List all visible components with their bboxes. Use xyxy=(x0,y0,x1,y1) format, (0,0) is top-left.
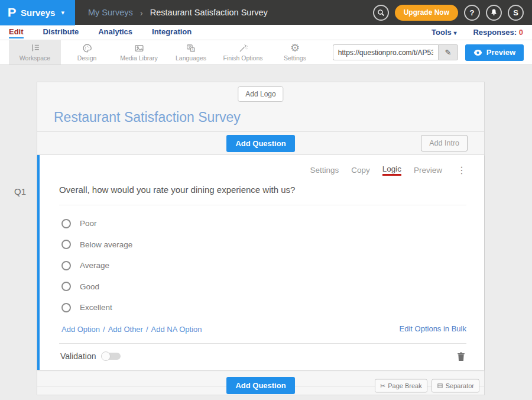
breadcrumb-my-surveys[interactable]: My Surveys xyxy=(88,8,133,17)
scissors-icon: ✂ xyxy=(380,382,385,389)
palette-icon xyxy=(82,43,92,53)
link-separator: / xyxy=(146,325,148,334)
toolbar-item-finish-options[interactable]: Finish Options xyxy=(217,40,269,64)
breadcrumb-current-survey: Restaurant Satisfaction Survey xyxy=(150,8,268,17)
tools-label: Tools xyxy=(432,28,452,37)
avatar-initial: S xyxy=(513,8,518,17)
add-na-option-link[interactable]: Add NA Option xyxy=(151,325,202,334)
survey-title[interactable]: Restaurant Satisfaction Survey xyxy=(54,109,241,125)
option-add-links: Add Option/Add Other/Add NA Option xyxy=(61,324,202,334)
add-logo-button[interactable]: Add Logo xyxy=(238,86,283,102)
radio-button[interactable] xyxy=(61,282,71,291)
toolbar-item-media-library[interactable]: Media Library xyxy=(113,40,165,64)
toolbar-label: Workspace xyxy=(20,54,50,62)
help-button[interactable]: ? xyxy=(464,5,480,21)
responses-link[interactable]: Responses: 0 xyxy=(473,28,523,37)
question-logic-link[interactable]: Logic xyxy=(382,164,401,176)
upgrade-now-button[interactable]: Upgrade Now xyxy=(395,5,458,21)
question-copy-link[interactable]: Copy xyxy=(351,166,370,175)
editor-content: Q1 Add Logo Restaurant Satisfaction Surv… xyxy=(0,65,532,400)
survey-nav: Edit Distribute Analytics Integration To… xyxy=(0,25,532,40)
question-settings-link[interactable]: Settings xyxy=(310,166,339,175)
option-label[interactable]: Good xyxy=(80,282,99,291)
option-label[interactable]: Excellent xyxy=(80,303,112,312)
gear-icon: ⚙ xyxy=(290,43,300,53)
edit-url-button[interactable]: ✎ xyxy=(438,44,458,60)
validation-row: Validation xyxy=(59,343,466,370)
survey-header-section: Add Logo Restaurant Satisfaction Survey xyxy=(37,82,484,132)
validation-toggle[interactable] xyxy=(101,351,121,361)
radio-button[interactable] xyxy=(61,303,71,312)
validation-label: Validation xyxy=(60,351,96,361)
validation-control: Validation xyxy=(60,351,121,361)
survey-url-group: ✎ xyxy=(333,44,458,60)
add-question-top-row: Add Question Add Intro xyxy=(37,132,484,155)
edit-options-in-bulk-link[interactable]: Edit Options in Bulk xyxy=(400,324,466,333)
option-label[interactable]: Poor xyxy=(80,219,97,228)
add-question-button-top[interactable]: Add Question xyxy=(226,135,294,152)
nav-tabs: Edit Distribute Analytics Integration xyxy=(9,26,192,38)
toolbar-item-settings[interactable]: ⚙ Settings xyxy=(269,40,321,64)
breadcrumb-separator-icon: › xyxy=(140,8,143,18)
add-question-button-bottom[interactable]: Add Question xyxy=(226,377,294,394)
add-question-bottom-row: Add Question ✂ Page Break Separator xyxy=(37,377,484,395)
radio-button[interactable] xyxy=(61,240,71,249)
option-label[interactable]: Below average xyxy=(80,240,132,249)
top-header: P Surveys ▾ My Surveys › Restaurant Sati… xyxy=(0,0,532,25)
page-break-button[interactable]: ✂ Page Break xyxy=(375,379,427,392)
radio-button[interactable] xyxy=(61,219,71,228)
tab-distribute[interactable]: Distribute xyxy=(43,26,79,38)
questionpro-logo-icon: P xyxy=(8,5,17,20)
toolbar-item-design[interactable]: Design xyxy=(61,40,113,64)
question-menu: Settings Copy Logic Preview ⋮ xyxy=(59,164,466,176)
search-button[interactable] xyxy=(373,5,389,21)
product-menu-label: Surveys xyxy=(21,8,55,18)
responses-label: Responses: xyxy=(473,28,517,37)
delete-question-button[interactable] xyxy=(457,351,465,362)
magic-wand-icon xyxy=(238,43,248,53)
question-block: Settings Copy Logic Preview ⋮ Overall, h… xyxy=(37,155,484,370)
separator-icon xyxy=(437,382,443,389)
trash-icon xyxy=(457,351,465,362)
toolbar-item-workspace[interactable]: Workspace xyxy=(9,40,61,64)
survey-card: Add Logo Restaurant Satisfaction Survey … xyxy=(37,82,485,395)
link-separator: / xyxy=(103,325,105,334)
toolbar-label: Languages xyxy=(176,54,206,62)
translate-icon: A xyxy=(186,43,196,53)
toolbar-item-languages[interactable]: A Languages xyxy=(165,40,217,64)
surveys-product-menu[interactable]: P Surveys ▾ xyxy=(0,0,75,25)
answer-options: Poor Below average Average Good Excellen… xyxy=(59,213,466,318)
option-label[interactable]: Average xyxy=(80,261,109,270)
tab-edit[interactable]: Edit xyxy=(9,26,24,38)
tab-integration[interactable]: Integration xyxy=(152,26,192,38)
add-option-link[interactable]: Add Option xyxy=(61,325,100,334)
header-actions: Upgrade Now ? S xyxy=(373,5,532,21)
question-preview-link[interactable]: Preview xyxy=(414,166,442,175)
more-options-icon[interactable]: ⋮ xyxy=(457,164,466,176)
answer-option-row: Poor xyxy=(59,213,466,234)
answer-option-row: Good xyxy=(59,276,466,298)
add-other-link[interactable]: Add Other xyxy=(108,325,143,334)
add-intro-button[interactable]: Add Intro xyxy=(421,135,468,151)
tab-analytics[interactable]: Analytics xyxy=(98,26,132,38)
toolbar-label: Settings xyxy=(284,54,306,62)
toolbar-label: Design xyxy=(77,54,97,62)
image-icon xyxy=(134,43,144,53)
page-break-label: Page Break xyxy=(388,382,421,389)
preview-button[interactable]: Preview xyxy=(465,44,524,61)
answer-option-row: Average xyxy=(59,255,466,276)
section-gap xyxy=(37,370,484,377)
svg-text:A: A xyxy=(192,48,194,51)
pencil-icon: ✎ xyxy=(445,48,451,57)
question-number: Q1 xyxy=(14,186,26,196)
toolbar-right: ✎ Preview xyxy=(333,40,532,64)
radio-button[interactable] xyxy=(61,261,71,270)
insert-controls: ✂ Page Break Separator xyxy=(375,379,479,392)
question-text[interactable]: Overall, how would you rate your dining … xyxy=(59,176,466,205)
survey-url-input[interactable] xyxy=(333,44,438,60)
notifications-button[interactable] xyxy=(486,5,502,21)
separator-button[interactable]: Separator xyxy=(432,379,479,392)
tools-dropdown[interactable]: Tools ▾ xyxy=(432,28,456,37)
account-avatar[interactable]: S xyxy=(508,5,524,21)
breadcrumb: My Surveys › Restaurant Satisfaction Sur… xyxy=(88,8,268,18)
